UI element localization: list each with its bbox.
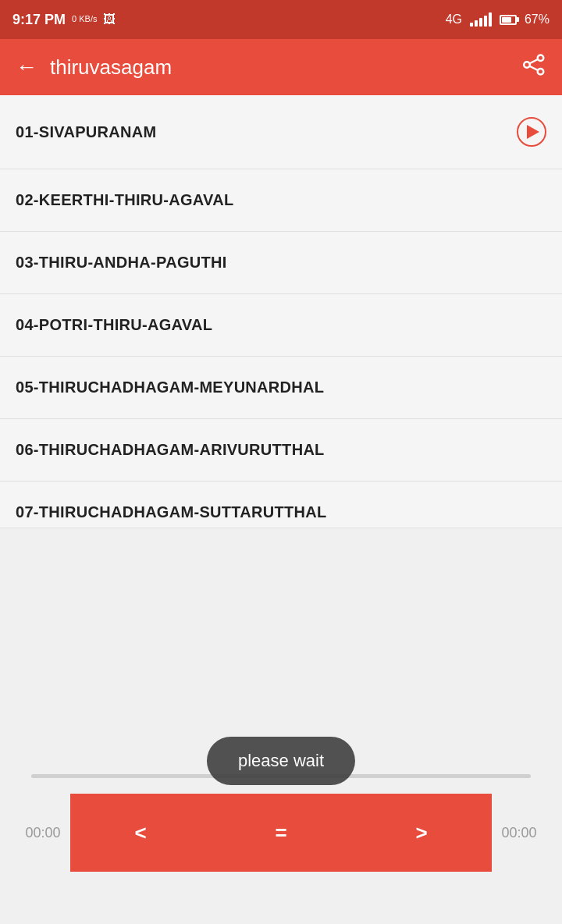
list-item[interactable]: 05-THIRUCHADHAGAM-MEYUNARDHAL (0, 357, 562, 419)
svg-point-1 (538, 69, 544, 75)
prev-button[interactable]: < (70, 794, 211, 872)
network-speed: 0 KB/s (72, 14, 97, 24)
next-button[interactable]: > (351, 794, 492, 872)
list-item[interactable]: 02-KEERTHI-THIRU-AGAVAL (0, 169, 562, 232)
status-left: 9:17 PM 0 KB/s 🖼 (12, 12, 116, 28)
screenshot-icon: 🖼 (103, 12, 116, 27)
list-item[interactable]: 04-POTRI-THIRU-AGAVAL (0, 294, 562, 357)
svg-line-4 (530, 66, 539, 69)
list-item[interactable]: 01-SIVAPURANAM (0, 95, 562, 169)
list-item[interactable]: 06-THIRUCHADHAGAM-ARIVURUTTHAL (0, 419, 562, 482)
signal-icon (470, 12, 492, 27)
progress-container: please wait (0, 760, 562, 786)
item-label: 01-SIVAPURANAM (16, 123, 157, 141)
status-right: 4G 67% (446, 12, 550, 27)
app-title: thiruvasagam (50, 55, 172, 80)
svg-line-3 (530, 59, 539, 63)
svg-point-0 (538, 55, 544, 61)
item-label: 04-POTRI-THIRU-AGAVAL (16, 316, 212, 334)
item-label: 06-THIRUCHADHAGAM-ARIVURUTTHAL (16, 441, 325, 459)
svg-point-2 (524, 62, 530, 68)
play-button[interactable] (517, 117, 546, 147)
controls-row: 00:00 < = > 00:00 (0, 786, 562, 880)
list-item-partial[interactable]: 07-THIRUCHADHAGAM-SUTTARUTTHAL (0, 482, 562, 528)
song-list: 01-SIVAPURANAM 02-KEERTHI-THIRU-AGAVAL 0… (0, 95, 562, 528)
battery-icon (500, 15, 517, 25)
app-bar: ← thiruvasagam (0, 39, 562, 95)
player-area: please wait 00:00 < = > 00:00 (0, 760, 562, 924)
time-end: 00:00 (492, 825, 546, 841)
control-buttons: < = > (70, 794, 492, 872)
back-button[interactable]: ← (16, 55, 37, 80)
list-item[interactable]: 03-THIRU-ANDHA-PAGUTHI (0, 232, 562, 294)
battery-percent: 67% (525, 12, 550, 27)
share-button[interactable] (523, 54, 546, 81)
pause-button[interactable]: = (211, 794, 351, 872)
item-label: 03-THIRU-ANDHA-PAGUTHI (16, 254, 227, 272)
item-label: 07-THIRUCHADHAGAM-SUTTARUTTHAL (16, 503, 327, 521)
please-wait-toast: please wait (207, 737, 355, 785)
status-bar: 9:17 PM 0 KB/s 🖼 4G 67% (0, 0, 562, 39)
network-type: 4G (446, 12, 462, 27)
item-label: 02-KEERTHI-THIRU-AGAVAL (16, 191, 234, 209)
item-label: 05-THIRUCHADHAGAM-MEYUNARDHAL (16, 378, 324, 396)
time-start: 00:00 (16, 825, 70, 841)
status-time: 9:17 PM (12, 12, 66, 28)
